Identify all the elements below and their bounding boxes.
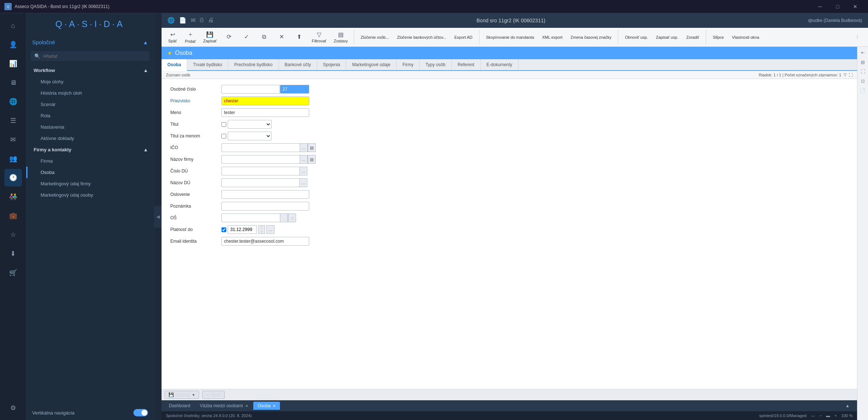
sidebar-icon-cart[interactable]: 🛒 [4,264,22,281]
email-icon[interactable]: ✉ [191,17,196,24]
nav-item-moje-ulohy[interactable]: Moje úlohy [26,76,154,87]
tab-e-dokumenty[interactable]: E-dokumenty [481,59,519,70]
nav-item-marketingovy-udaj-osoby[interactable]: Marketingový údaj osoby [26,189,154,201]
tab-osoba[interactable]: Osoba [162,59,187,71]
tab-spojenia[interactable]: Spojenia [317,59,346,70]
tab-bankove-ucty[interactable]: Bankové účty [279,59,317,70]
titul-za-menom-select[interactable] [228,132,272,140]
ico-btn2[interactable]: ▤ [308,143,316,152]
copy-button[interactable]: ⧉ [256,32,272,42]
vertical-nav-toggle[interactable]: Vertikálna navigácia [26,405,154,420]
vertical-nav-switch[interactable] [133,409,148,416]
maximize-button[interactable]: □ [829,1,846,12]
platnost-checkbox[interactable] [221,227,226,232]
meno-input[interactable] [221,108,309,117]
nav-item-scenar[interactable]: Scenár [26,99,154,110]
sidebar-icon-people[interactable]: 👥 [4,150,22,167]
tab-typy-osob[interactable]: Typy osôb [420,59,452,70]
display-button[interactable]: ▤ Zostavy [331,30,351,45]
zoom-in-button[interactable]: + [834,413,837,418]
right-panel-btn-2[interactable]: ▤ [858,58,867,67]
firmy-group-header[interactable]: Firmy a kontakty ▲ [26,144,154,155]
zapisat-button[interactable]: 💾 Zapisať ▼ [164,391,199,399]
document-icon[interactable]: 📄 [179,17,186,24]
tab-marketingove-udaje[interactable]: Marketingové údaje [346,59,397,70]
platnost-input[interactable] [228,225,257,234]
save-button[interactable]: 💾 Zapisať [200,30,220,45]
ico-btn1[interactable]: … [300,143,308,152]
vazba-close-icon[interactable]: ✕ [245,404,248,408]
ico-input[interactable] [221,143,300,152]
properties-button[interactable]: Vlastnosti okna [728,34,763,41]
sidebar-icon-monitor[interactable]: 🖥 [4,74,22,91]
spolocne-section-header[interactable]: Spoločné ▲ [26,35,154,49]
zoom-slider[interactable]: ▬ [826,413,830,418]
nav-item-nastavenia[interactable]: Nastavenia [26,121,154,133]
close-button[interactable]: ✕ [847,1,864,12]
export-ad-button[interactable]: Export AD [451,34,476,41]
export-button[interactable]: ⬆ [291,32,307,42]
platnost-btn[interactable]: … [266,225,274,234]
delete-button[interactable]: ✕ [274,32,290,42]
cislo-du-btn[interactable]: … [299,167,307,175]
right-panel-btn-5[interactable]: 📄 [858,86,867,95]
tab-firmy[interactable]: Firmy [397,59,420,70]
sidebar-icon-home[interactable]: ⌂ [4,17,22,34]
platnost-spinner[interactable]: ⬆⬇ [258,225,265,234]
columns-button[interactable]: Stĺpce [709,34,728,41]
cislo-du-input[interactable] [221,167,299,175]
add-button[interactable]: ＋ Pridať [182,29,199,45]
priezvisko-input[interactable] [221,97,309,105]
titul-za-menom-checkbox[interactable] [221,134,226,139]
xml-export-button[interactable]: XML export [538,34,566,41]
collapse-arrow-button[interactable]: ◀ [154,206,162,228]
titul-select[interactable] [228,120,272,129]
sort-button[interactable]: Zoradiť [683,34,703,41]
globe-icon[interactable]: 🌐 [167,17,175,24]
sidebar-icon-clock[interactable]: 🕐 [4,169,22,186]
os-input[interactable] [221,213,280,222]
bottom-tab-dashboard[interactable]: Dashboard [164,402,195,410]
nav-item-aktivne-doklady[interactable]: Aktívne doklady [26,133,154,144]
bottom-tab-vazba[interactable]: Väzba medzi osobami ✕ [196,402,253,410]
nav-item-marketingovy-udaj-firmy[interactable]: Marketingový údaj firmy [26,178,154,189]
sidebar-icon-download[interactable]: ⬇ [4,245,22,262]
nazov-firmy-btn2[interactable]: ▤ [308,155,316,164]
right-panel-btn-4[interactable]: ⊡ [858,77,867,86]
sidebar-icon-group[interactable]: 👫 [4,188,22,205]
oslovenie-input[interactable] [221,190,309,199]
email-identita-input[interactable] [221,237,309,246]
bottom-tab-expand[interactable]: ▲ [841,402,854,410]
time-change-button[interactable]: Zmena časovej značky [567,34,615,41]
right-panel-btn-1[interactable]: ⇤ [858,48,867,57]
sidebar-icon-mail[interactable]: ✉ [4,131,22,148]
nazov-du-btn[interactable]: … [299,178,307,187]
copy-mandate-button[interactable]: Skopírovanie do mandanta [482,34,538,41]
right-panel-btn-3[interactable]: ⛶ [858,67,867,76]
nav-item-rola[interactable]: Rola [26,110,154,121]
sidebar-icon-user[interactable]: 👤 [4,36,22,53]
write-button[interactable]: Zapisať usp. [652,34,682,41]
os-btn1[interactable]: … [280,213,288,222]
undo-button[interactable]: ↩ Späť [202,391,225,399]
sidebar-icon-chart[interactable]: 📊 [4,55,22,72]
tab-prechodne-bydlisko[interactable]: Prechodné bydlisko [228,59,279,70]
osoba-close-icon[interactable]: ✕ [273,404,276,408]
printer-icon[interactable]: 🖨 [208,17,214,24]
nav-item-firma[interactable]: Firma [26,155,154,167]
nazov-du-input[interactable] [221,178,299,187]
merge-persons-button[interactable]: Zlúčenie osôb... [357,34,393,41]
sidebar-icon-globe[interactable]: 🌐 [4,93,22,110]
nazov-firmy-btn1[interactable]: … [300,155,308,164]
tab-trvale-bydlisko[interactable]: Trvalé bydlisko [187,59,228,70]
nazov-firmy-input[interactable] [221,155,300,164]
sidebar-icon-list[interactable]: ☰ [4,112,22,129]
osobne-cislo-right[interactable] [280,85,309,94]
merge-bank-button[interactable]: Zlúčenie bankových účtov... [393,34,450,41]
titul-checkbox[interactable] [221,122,226,127]
back-button[interactable]: ↩ Späť [164,30,181,45]
refresh-button[interactable]: Obnoviť usp. [621,34,652,41]
sidebar-icon-settings[interactable]: ⚙ [4,401,22,419]
workflow-group-header[interactable]: Workflow ▲ [26,65,154,76]
nav-item-historia[interactable]: História mojich úloh [26,87,154,99]
